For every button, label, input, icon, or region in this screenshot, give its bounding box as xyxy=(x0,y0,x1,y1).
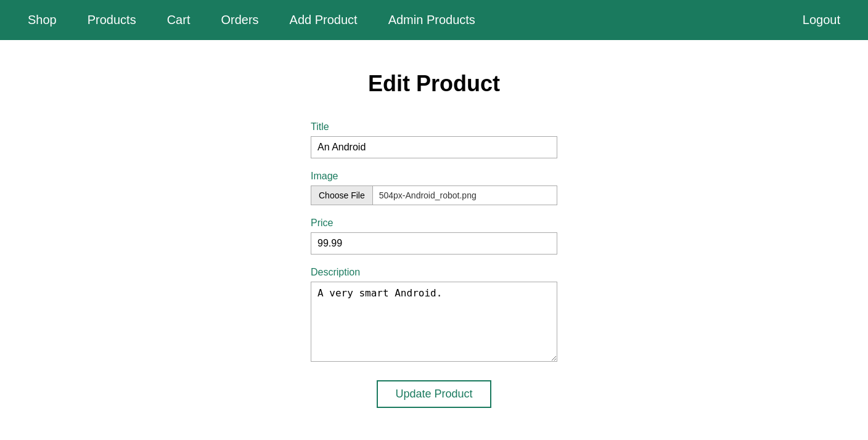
nav-logout[interactable]: Logout xyxy=(787,13,856,27)
description-group: Description xyxy=(311,267,557,362)
page-title: Edit Product xyxy=(368,71,500,97)
file-name-display: 504px-Android_robot.png xyxy=(373,186,557,205)
update-product-button[interactable]: Update Product xyxy=(377,380,491,408)
nav-cart[interactable]: Cart xyxy=(152,13,206,27)
price-input[interactable] xyxy=(311,232,557,255)
nav-products[interactable]: Products xyxy=(72,13,152,27)
image-label: Image xyxy=(311,171,557,182)
page-container: Edit Product Title Image Choose File 504… xyxy=(0,40,868,408)
navigation: Shop Products Cart Orders Add Product Ad… xyxy=(0,0,868,40)
price-label: Price xyxy=(311,218,557,229)
price-group: Price xyxy=(311,218,557,255)
title-group: Title xyxy=(311,121,557,158)
edit-product-form: Title Image Choose File 504px-Android_ro… xyxy=(311,121,557,408)
description-label: Description xyxy=(311,267,557,278)
title-input[interactable] xyxy=(311,136,557,158)
description-textarea[interactable] xyxy=(311,282,557,362)
title-label: Title xyxy=(311,121,557,132)
nav-orders[interactable]: Orders xyxy=(205,13,274,27)
nav-shop[interactable]: Shop xyxy=(12,13,72,27)
choose-file-button[interactable]: Choose File xyxy=(311,186,373,205)
file-input-wrapper: Choose File 504px-Android_robot.png xyxy=(311,185,557,205)
nav-add-product[interactable]: Add Product xyxy=(274,13,373,27)
image-group: Image Choose File 504px-Android_robot.pn… xyxy=(311,171,557,205)
nav-admin-products[interactable]: Admin Products xyxy=(373,13,491,27)
